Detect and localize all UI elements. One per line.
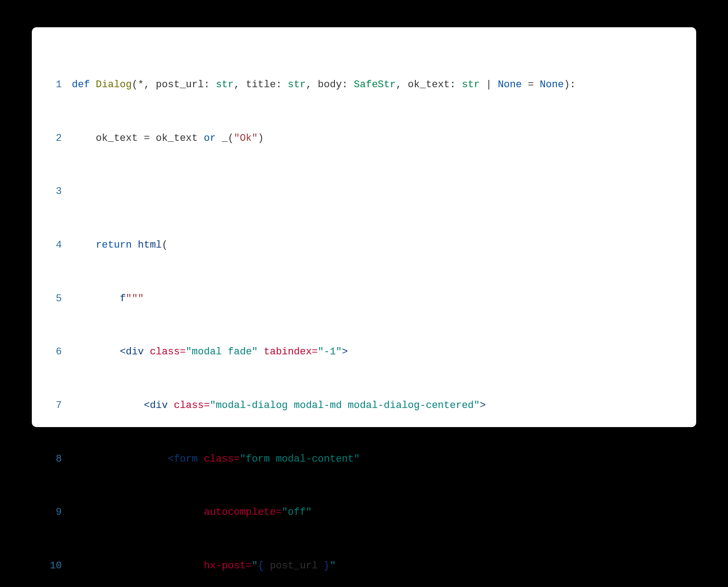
line-number: 5: [44, 292, 72, 305]
line-number: 4: [44, 239, 72, 252]
line-number: 3: [44, 185, 72, 198]
code-line: 1def Dialog(*, post_url: str, title: str…: [44, 78, 696, 91]
line-number: 10: [44, 559, 72, 572]
code-line: 6 <div class="modal fade" tabindex="-1">: [44, 345, 696, 358]
line-number: 7: [44, 399, 72, 412]
code-line: 9 autocomplete="off": [44, 506, 696, 519]
line-number: 9: [44, 506, 72, 519]
code-block: 1def Dialog(*, post_url: str, title: str…: [32, 38, 696, 587]
code-line: 8 <form class="form modal-content": [44, 453, 696, 466]
code-line: 3: [44, 185, 696, 198]
code-window: 1def Dialog(*, post_url: str, title: str…: [32, 27, 696, 427]
line-number: 1: [44, 78, 72, 91]
code-line: 5 f""": [44, 292, 696, 305]
code-line: 10 hx-post="{ post_url }": [44, 559, 696, 572]
line-number: 2: [44, 132, 72, 145]
code-line: 2 ok_text = ok_text or _("Ok"): [44, 132, 696, 145]
line-number: 8: [44, 453, 72, 466]
line-number: 6: [44, 345, 72, 358]
code-line: 4 return html(: [44, 239, 696, 252]
code-line: 7 <div class="modal-dialog modal-md moda…: [44, 399, 696, 412]
